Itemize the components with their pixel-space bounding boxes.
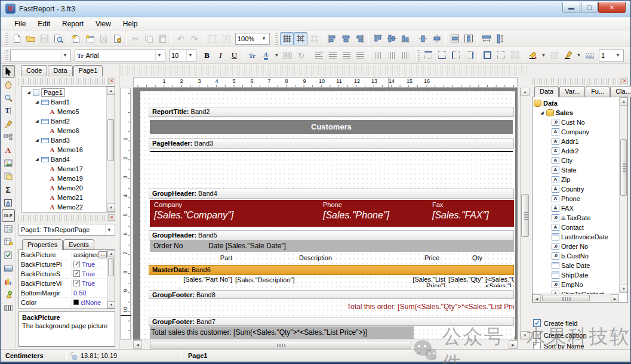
copy-button[interactable]: [142, 32, 156, 45]
cell-qty[interactable]: [Sales."Qty"]: [448, 276, 483, 287]
label-date[interactable]: Date [Sales."Sale Date"]: [208, 242, 286, 250]
maximize-button[interactable]: ▢: [581, 2, 598, 13]
redo-button[interactable]: ↷: [187, 32, 201, 45]
tree-node-sales[interactable]: ◢Sales: [534, 108, 619, 118]
checkbox-icon[interactable]: [533, 331, 541, 339]
zoom-combo[interactable]: 100%▼: [235, 33, 270, 45]
fill-color-dropdown[interactable]: ▼: [540, 49, 547, 62]
label-phone[interactable]: Phone: [323, 201, 342, 208]
align-lefts-button[interactable]: [325, 32, 339, 45]
tree-scrollbar[interactable]: ▲ ▼: [106, 87, 115, 212]
format-copy-tool[interactable]: [2, 118, 15, 130]
band-header-groupheader5[interactable]: GroupHeader: Band5: [149, 230, 514, 240]
field-row[interactable]: .0Cust No: [534, 118, 619, 127]
checkbox-icon[interactable]: [533, 319, 541, 327]
tab-data-tree[interactable]: Data: [534, 86, 559, 97]
rotation-button[interactable]: ↻: [294, 49, 308, 62]
field-row[interactable]: APhone: [534, 194, 619, 203]
tree-node-band1[interactable]: ◢Band1: [23, 97, 106, 107]
expand-icon[interactable]: ◢: [35, 138, 39, 143]
menu-help[interactable]: Help: [118, 18, 143, 29]
insert-system-text-tool[interactable]: Σ: [2, 183, 15, 196]
align-center-button[interactable]: [326, 49, 340, 62]
tree-node-memo19[interactable]: AMemo19: [23, 174, 106, 183]
fill-color-button[interactable]: [526, 49, 540, 62]
field-row[interactable]: ACity: [534, 156, 619, 165]
panel-grip[interactable]: ✕: [532, 78, 628, 85]
style-combo[interactable]: ▼: [10, 50, 71, 61]
align-text-bottom-button[interactable]: [399, 49, 413, 62]
property-row[interactable]: BackPictureViTrue: [19, 279, 107, 288]
align-rights-button[interactable]: [353, 32, 367, 45]
space-vertically-button[interactable]: [430, 32, 444, 45]
zoom-tool[interactable]: [2, 91, 15, 104]
frame-none-button[interactable]: [494, 49, 508, 62]
center-vertically-button[interactable]: [461, 32, 475, 45]
align-tops-button[interactable]: [371, 32, 384, 45]
same-width-button[interactable]: [479, 32, 493, 45]
field-row[interactable]: .0EmpNo: [534, 280, 619, 289]
total-customer-memo[interactable]: Total sales this customer: [Sum(<Sales."…: [150, 326, 414, 339]
expand-icon[interactable]: ◢: [540, 110, 544, 115]
insert-band-tool[interactable]: [2, 131, 15, 143]
column-total[interactable]: Total: [487, 254, 514, 261]
new-page-button[interactable]: [69, 32, 83, 45]
band-header-masterdata[interactable]: MasterData: Band6: [149, 265, 514, 275]
tree-node-memo21[interactable]: AMemo21: [23, 193, 106, 202]
expand-icon[interactable]: ◢: [35, 157, 39, 162]
new-dialog-button[interactable]: [83, 32, 97, 45]
memo-line[interactable]: [150, 151, 513, 162]
font-color-dropdown[interactable]: ▼: [273, 49, 281, 62]
group-button[interactable]: [205, 32, 219, 45]
tab-properties[interactable]: Properties: [22, 239, 63, 250]
toolbar-grip[interactable]: [275, 33, 278, 45]
frame-left-button[interactable]: [449, 49, 463, 62]
font-color-button[interactable]: A: [259, 49, 273, 62]
property-row[interactable]: BackPictureSTrue: [19, 269, 107, 279]
label-order-no[interactable]: Order No: [153, 242, 183, 250]
save-button[interactable]: [38, 32, 51, 45]
panel-grip[interactable]: ✕: [19, 78, 115, 85]
cell-list-price[interactable]: [Sales."List Price"]: [408, 276, 445, 287]
text-edit-tool[interactable]: T|: [2, 104, 15, 117]
menu-view[interactable]: View: [90, 18, 116, 29]
cell-part-no[interactable]: [Sales."Part No"]: [174, 276, 232, 287]
preview-button[interactable]: [51, 32, 65, 45]
column-price[interactable]: Price: [398, 254, 439, 261]
field-row[interactable]: .0Order No: [534, 242, 619, 251]
field-row[interactable]: Sale Date: [534, 261, 619, 270]
font-size-combo[interactable]: 10▼: [169, 50, 196, 61]
property-row[interactable]: BackPicturePiTrue: [19, 260, 107, 269]
property-row[interactable]: ColorclNone: [19, 298, 107, 307]
tree-node-memo17[interactable]: AMemo17: [23, 164, 106, 174]
property-scrollbar[interactable]: ▲ ▼: [107, 250, 115, 309]
tree-node-data-root[interactable]: Data: [534, 98, 619, 108]
field-row[interactable]: ACountry: [534, 184, 619, 194]
insert-dbcrosstab-tool[interactable]: [2, 236, 15, 248]
cell-line-total[interactable]: [<Sales."Qty">*<Sales."List Price">]: [485, 276, 514, 287]
data-tree-hscrollbar[interactable]: ◀ ▶: [532, 294, 619, 302]
select-tool[interactable]: [2, 65, 15, 78]
band-header-groupfooter7[interactable]: GroupFooter: Band7: [149, 317, 514, 326]
panel-close-icon[interactable]: ✕: [108, 214, 115, 221]
band-header-pageheader[interactable]: PageHeader: Band3: [149, 138, 514, 149]
checkbox-icon[interactable]: [73, 280, 80, 286]
tab-code[interactable]: Code: [21, 65, 47, 76]
panel-close-icon[interactable]: ✕: [108, 78, 115, 84]
column-qty[interactable]: Qty: [445, 254, 482, 261]
insert-subreport-tool[interactable]: [2, 170, 15, 183]
align-centers-button[interactable]: [339, 32, 353, 45]
tree-node-memo20[interactable]: AMemo20: [23, 183, 106, 193]
field-fax[interactable]: [Sales."FAX"]: [432, 210, 489, 221]
insert-chart-tool[interactable]: [2, 275, 15, 288]
band-header-groupheader4[interactable]: GroupHeader: Band4: [149, 189, 514, 199]
option-create-caption[interactable]: Create caption: [533, 331, 587, 339]
insert-crosstab-tool[interactable]: [2, 223, 15, 235]
menu-file[interactable]: File: [9, 18, 31, 29]
insert-rich-text-tool[interactable]: A: [2, 196, 15, 209]
field-row[interactable]: AZip: [534, 175, 619, 184]
total-order-text[interactable]: Total this order: [Sum(<Sales."Qty">*<Sa…: [347, 303, 514, 311]
insert-gradient-tool[interactable]: [2, 262, 15, 274]
menu-report[interactable]: Report: [57, 18, 89, 29]
column-header-row[interactable]: Part Description Price Qty Total: [150, 252, 514, 264]
